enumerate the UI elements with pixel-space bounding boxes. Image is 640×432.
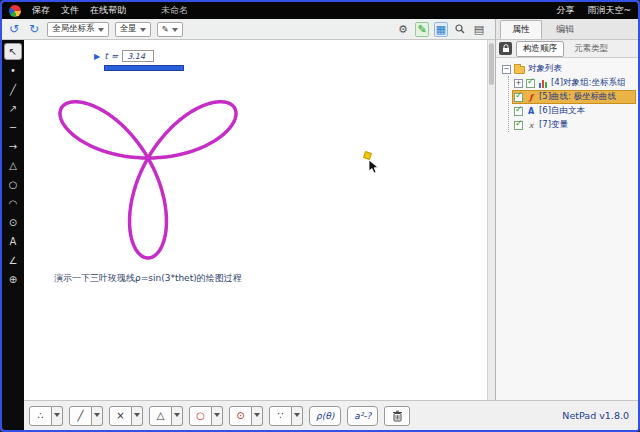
grid-toggle-icon[interactable]: ▦ — [434, 22, 448, 37]
free-text-caption[interactable]: 演示一下三叶玫瑰线ρ=sin(3*thet)的绘图过程 — [54, 272, 242, 285]
conic-tools: ⊙ — [229, 406, 263, 426]
menu-file[interactable]: 文件 — [61, 4, 79, 17]
circle-tools-button[interactable]: ○ — [189, 406, 212, 426]
right-panel: 构造顺序 元素类型 − 对象列表 +✓[4]对象组:坐标系组✓ƒ[5]曲线: 极… — [495, 40, 638, 400]
trash-icon — [392, 410, 403, 422]
rose-curve-svg — [24, 40, 487, 400]
netpad-logo-icon[interactable] — [9, 5, 21, 17]
intersection-tools: × — [109, 406, 143, 426]
drawing-canvas[interactable]: ▶ t = 3.14 演示一下三叶玫瑰线ρ=sin(3*thet)的绘图过程 — [24, 40, 487, 400]
coordinate-system-select[interactable]: 全局坐标系 — [47, 22, 109, 37]
arc-tool[interactable]: ◠ — [5, 196, 21, 211]
view-select[interactable]: 全显 — [115, 22, 151, 37]
rose-curve-path — [60, 102, 236, 258]
circle-tools: ○ — [189, 406, 223, 426]
expand-icon[interactable]: + — [514, 79, 523, 88]
left-toolbar: ↖•╱↗─→△○◠⊙A∠⊕ — [2, 40, 24, 430]
visibility-checkbox[interactable]: ✓ — [514, 93, 523, 102]
trash-button[interactable] — [384, 406, 410, 426]
algebra-button[interactable]: a²-? — [347, 406, 378, 426]
visibility-checkbox[interactable]: ✓ — [514, 107, 523, 116]
lock-icon[interactable] — [499, 42, 512, 55]
conic-tools-dropdown[interactable] — [252, 406, 263, 426]
tab-edit[interactable]: 编辑 — [544, 20, 586, 39]
polar-curve-button[interactable]: ρ(θ) — [309, 406, 341, 426]
text-tool[interactable]: A — [5, 234, 21, 249]
vertical-scrollbar[interactable] — [487, 40, 495, 400]
measure-tool[interactable]: ⊕ — [5, 272, 21, 287]
chevron-down-icon — [214, 413, 220, 420]
coordinate-system-value: 全局坐标系 — [52, 23, 95, 35]
conic-tools-button[interactable]: ⊙ — [229, 406, 252, 426]
circle-center-tool[interactable]: ⊙ — [5, 215, 21, 230]
visibility-checkbox[interactable]: ✓ — [514, 121, 523, 130]
construct-tools-button[interactable]: ∵ — [269, 406, 292, 426]
undo-icon[interactable]: ↺ — [7, 22, 21, 37]
mouse-cursor — [362, 152, 384, 176]
polygon-tools-button[interactable]: △ — [149, 406, 172, 426]
chevron-down-icon — [98, 28, 104, 35]
scrollbar-thumb[interactable] — [489, 43, 494, 85]
intersection-tools-button[interactable]: × — [109, 406, 132, 426]
panel-subtabs: 构造顺序 元素类型 — [496, 40, 638, 58]
tab-properties[interactable]: 属性 — [500, 20, 542, 39]
circle-tools-dropdown[interactable] — [212, 406, 223, 426]
chevron-down-icon — [172, 28, 178, 35]
polygon-tools-dropdown[interactable] — [172, 406, 183, 426]
folder-icon — [514, 66, 525, 74]
body-row: ↖•╱↗─→△○◠⊙A∠⊕ ▶ t = 3.14 — [2, 40, 638, 430]
tree-item-label: [5]曲线: 极坐标曲线 — [539, 91, 616, 103]
tree-item[interactable]: +✓[4]对象组:坐标系组 — [512, 76, 636, 90]
ray-tool[interactable]: ↗ — [5, 101, 21, 116]
chevron-down-icon — [134, 413, 140, 420]
collapse-icon[interactable]: − — [502, 65, 511, 74]
slider-track[interactable] — [104, 65, 184, 71]
polygon-tools: △ — [149, 406, 183, 426]
gear-icon[interactable]: ⚙ — [396, 22, 410, 37]
segment-tool[interactable]: ╱ — [5, 82, 21, 97]
select-tool[interactable]: ↖ — [5, 44, 21, 59]
object-tree-items: +✓[4]对象组:坐标系组✓ƒ[5]曲线: 极坐标曲线✓A[6]自由文本✓x[7… — [508, 76, 636, 132]
line-tools-dropdown[interactable] — [92, 406, 103, 426]
circle-tool[interactable]: ○ — [5, 177, 21, 192]
point-tools-button[interactable]: ∴ — [29, 406, 52, 426]
tree-item[interactable]: ✓ƒ[5]曲线: 极坐标曲线 — [512, 90, 636, 104]
username[interactable]: 雨润天空~ — [587, 4, 631, 17]
toolbar-right-icons: ⚙ ✎ ▦ ▤ — [396, 22, 490, 37]
vector-tool[interactable]: → — [5, 139, 21, 154]
netpad-window: 保存 文件 在线帮助 未命名 分享 雨润天空~ ↺ ↻ 全局坐标系 全显 ✎ — [0, 0, 640, 432]
line-tool[interactable]: ─ — [5, 120, 21, 135]
point-tools-dropdown[interactable] — [52, 406, 63, 426]
visibility-checkbox[interactable]: ✓ — [526, 79, 535, 88]
menu-online-help[interactable]: 在线帮助 — [90, 4, 126, 17]
play-icon[interactable]: ▶ — [94, 52, 100, 61]
chevron-down-icon — [254, 413, 260, 420]
pen-style-dropdown[interactable]: ✎ — [157, 22, 183, 37]
angle-tool[interactable]: ∠ — [5, 253, 21, 268]
point-tool[interactable]: • — [5, 63, 21, 78]
redo-icon[interactable]: ↻ — [27, 22, 41, 37]
slider-value[interactable]: 3.14 — [122, 50, 154, 62]
chevron-down-icon — [140, 28, 146, 35]
construct-tools-dropdown[interactable] — [292, 406, 303, 426]
function-icon: ƒ — [526, 93, 536, 102]
subtab-element-type[interactable]: 元素类型 — [568, 42, 614, 56]
document-title: 未命名 — [161, 4, 188, 17]
intersection-tools-dropdown[interactable] — [132, 406, 143, 426]
zoom-icon[interactable] — [453, 22, 467, 37]
subtab-construction-order[interactable]: 构造顺序 — [516, 41, 564, 57]
chevron-down-icon — [94, 413, 100, 420]
view-select-value: 全显 — [120, 23, 137, 35]
tree-item[interactable]: ✓A[6]自由文本 — [512, 104, 636, 118]
pencil-icon: ✎ — [162, 24, 169, 34]
tree-root[interactable]: − 对象列表 — [500, 62, 636, 76]
share-button[interactable]: 分享 — [556, 4, 574, 17]
line-tools-button[interactable]: ╱ — [69, 406, 92, 426]
tree-item[interactable]: ✓x[7]变量 — [512, 118, 636, 132]
panel-toggle-icon[interactable]: ▤ — [472, 22, 486, 37]
draw-mode-pencil-icon[interactable]: ✎ — [415, 22, 429, 37]
slider-label: t = — [104, 51, 118, 61]
menu-save[interactable]: 保存 — [32, 4, 50, 17]
polygon-tool[interactable]: △ — [5, 158, 21, 173]
cursor-arrow-icon — [368, 159, 380, 175]
